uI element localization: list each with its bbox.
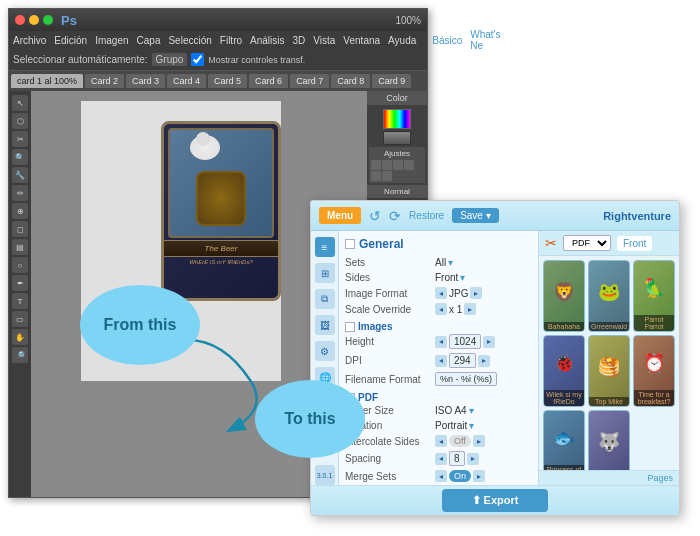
rv-general-checkbox[interactable] bbox=[345, 239, 355, 249]
rv-dpi-prev[interactable]: ◂ bbox=[435, 355, 447, 367]
ps-eyedropper-tool[interactable]: 🔍 bbox=[12, 149, 28, 165]
rv-gallery-header: ✂ PDF Front bbox=[539, 231, 679, 256]
rv-papersize-arrow[interactable]: ▾ bbox=[469, 405, 474, 416]
rv-filename-label: Filename Format bbox=[345, 374, 435, 385]
ps-pen-tool[interactable]: ✒ bbox=[12, 275, 28, 291]
ps-tab-card6[interactable]: Card 6 bbox=[249, 74, 288, 88]
rv-scale-next[interactable]: ▸ bbox=[464, 303, 476, 315]
menu-capa[interactable]: Capa bbox=[137, 35, 161, 46]
rv-imageformat-prev[interactable]: ◂ bbox=[435, 287, 447, 299]
list-item[interactable]: 🦜 Parrot Parrot bbox=[633, 260, 675, 332]
menu-seleccion[interactable]: Selección bbox=[168, 35, 211, 46]
menu-vista[interactable]: Vista bbox=[313, 35, 335, 46]
rv-general-header: General bbox=[345, 237, 532, 251]
menu-analisis[interactable]: Análisis bbox=[250, 35, 284, 46]
list-item[interactable]: 🐸 Grreenwald bbox=[588, 260, 630, 332]
rv-refresh-icon[interactable]: ↺ bbox=[369, 208, 381, 224]
ps-brush-tool[interactable]: ✏ bbox=[12, 185, 28, 201]
menu-filtro[interactable]: Filtro bbox=[220, 35, 242, 46]
rv-save-button[interactable]: Save ▾ bbox=[452, 208, 499, 223]
annotation-to-bubble: To this bbox=[255, 380, 365, 458]
maximize-dot[interactable] bbox=[43, 15, 53, 25]
rv-rotation-arrow[interactable]: ▾ bbox=[469, 420, 474, 431]
menu-ventana[interactable]: Ventana bbox=[343, 35, 380, 46]
ps-type-tool[interactable]: T bbox=[12, 293, 28, 309]
rv-height-prev[interactable]: ◂ bbox=[435, 336, 447, 348]
menu-imagen[interactable]: Imagen bbox=[95, 35, 128, 46]
rv-sidebar-layers-icon[interactable]: ⧉ bbox=[315, 289, 335, 309]
list-item[interactable]: 🐟 Princess of waters bbox=[543, 410, 585, 470]
minimize-dot[interactable] bbox=[29, 15, 39, 25]
list-item[interactable]: ⏰ Time for a breakfast? bbox=[633, 335, 675, 407]
menu-archivo[interactable]: Archivo bbox=[13, 35, 46, 46]
rv-scissors-icon[interactable]: ✂ bbox=[545, 235, 557, 251]
rv-sync-icon[interactable]: ⟳ bbox=[389, 208, 401, 224]
ps-normal-mode: Normal bbox=[367, 185, 427, 198]
ps-heal-tool[interactable]: 🔧 bbox=[12, 167, 28, 183]
ps-clone-tool[interactable]: ⊕ bbox=[12, 203, 28, 219]
rv-sides-row: Sides Front ▾ bbox=[345, 272, 532, 283]
list-item[interactable]: 🐺 Wolf bbox=[588, 410, 630, 470]
rv-mergesets-next[interactable]: ▸ bbox=[473, 470, 485, 482]
rv-intercolate-next[interactable]: ▸ bbox=[473, 435, 485, 447]
list-item[interactable]: 🐞 Wilek si my fRieDo bbox=[543, 335, 585, 407]
ps-hand-tool[interactable]: ✋ bbox=[12, 329, 28, 345]
rv-menu-button[interactable]: Menu bbox=[319, 207, 361, 224]
ps-eraser-tool[interactable]: ◻ bbox=[12, 221, 28, 237]
rv-intercolate-prev[interactable]: ◂ bbox=[435, 435, 447, 447]
rv-images-checkbox[interactable] bbox=[345, 322, 355, 332]
ps-crop-tool[interactable]: ✂ bbox=[12, 131, 28, 147]
rv-sidebar-settings-icon[interactable]: ⚙ bbox=[315, 341, 335, 361]
ps-dodge-tool[interactable]: ○ bbox=[12, 257, 28, 273]
rv-spacing-prev[interactable]: ◂ bbox=[435, 453, 447, 465]
rv-mergesets-label: Merge Sets bbox=[345, 471, 435, 482]
list-item[interactable]: 🥞 Top Mike bbox=[588, 335, 630, 407]
rv-mergesets-prev[interactable]: ◂ bbox=[435, 470, 447, 482]
rv-restore-button[interactable]: Restore bbox=[409, 210, 444, 221]
ps-lasso-tool[interactable]: ⬡ bbox=[12, 113, 28, 129]
ps-tab-card2[interactable]: Card 2 bbox=[85, 74, 124, 88]
ps-color-swatch[interactable] bbox=[383, 109, 411, 129]
rv-dpi-label: DPI bbox=[345, 355, 435, 366]
ps-tab-card7[interactable]: Card 7 bbox=[290, 74, 329, 88]
menu-3d[interactable]: 3D bbox=[293, 35, 306, 46]
rv-export-button[interactable]: ⬆ Export bbox=[442, 489, 549, 512]
menu-ayuda[interactable]: Ayuda bbox=[388, 35, 416, 46]
rv-dpi-next[interactable]: ▸ bbox=[478, 355, 490, 367]
rv-sidebar-version-badge: 3.0.1 bbox=[315, 465, 335, 485]
ps-shape-tool[interactable]: ▭ bbox=[12, 311, 28, 327]
rv-spacing-next[interactable]: ▸ bbox=[467, 453, 479, 465]
rv-sidebar-grid-icon[interactable]: ⊞ bbox=[315, 263, 335, 283]
menu-edicion[interactable]: Edición bbox=[54, 35, 87, 46]
rv-scale-label: Scale Override bbox=[345, 304, 435, 315]
rv-height-next[interactable]: ▸ bbox=[483, 336, 495, 348]
ps-tab-card5[interactable]: Card 5 bbox=[208, 74, 247, 88]
rv-card-grid: 🦁 Bahahaha 🐸 Grreenwald 🦜 Parrot Parrot … bbox=[539, 256, 679, 470]
rv-pdf-select[interactable]: PDF bbox=[563, 235, 611, 251]
rv-imageformat-next[interactable]: ▸ bbox=[470, 287, 482, 299]
ps-card-element[interactable]: The Beer WhErE iS mY fRiEnDs? bbox=[161, 121, 281, 301]
rv-sets-arrow[interactable]: ▾ bbox=[448, 257, 453, 268]
rv-sidebar-image-icon[interactable]: 🖼 bbox=[315, 315, 335, 335]
close-dot[interactable] bbox=[15, 15, 25, 25]
ps-gradient-tool[interactable]: ▤ bbox=[12, 239, 28, 255]
rv-header: Menu ↺ ⟳ Restore Save ▾ Rightventure bbox=[311, 201, 679, 231]
ps-card-title: The Beer bbox=[164, 240, 278, 257]
ps-tools-panel: ↖ ⬡ ✂ 🔍 🔧 ✏ ⊕ ◻ ▤ ○ ✒ T ▭ ✋ 🔎 bbox=[9, 91, 31, 497]
ps-tab-card8[interactable]: Card 8 bbox=[331, 74, 370, 88]
list-item[interactable]: 🦁 Bahahaha bbox=[543, 260, 585, 332]
rv-scale-prev[interactable]: ◂ bbox=[435, 303, 447, 315]
ps-zoom-tool[interactable]: 🔎 bbox=[12, 347, 28, 363]
rv-sides-arrow[interactable]: ▾ bbox=[460, 272, 465, 283]
card-thumb-emoji-5: ⏰ bbox=[634, 336, 674, 390]
ps-tab-card1[interactable]: card 1 al 100% bbox=[11, 74, 83, 88]
ps-tab-card9[interactable]: Card 9 bbox=[372, 74, 411, 88]
ps-show-transform[interactable] bbox=[191, 53, 204, 66]
rv-front-tab[interactable]: Front bbox=[617, 236, 652, 251]
ps-tab-card4[interactable]: Card 4 bbox=[167, 74, 206, 88]
rv-sidebar-general-icon[interactable]: ≡ bbox=[315, 237, 335, 257]
ps-tab-card3[interactable]: Card 3 bbox=[126, 74, 165, 88]
ps-select-tool[interactable]: ↖ bbox=[12, 95, 28, 111]
ps-tool-group-select[interactable]: Grupo bbox=[152, 53, 188, 66]
card-thumb-name-2: Parrot Parrot bbox=[634, 315, 674, 331]
